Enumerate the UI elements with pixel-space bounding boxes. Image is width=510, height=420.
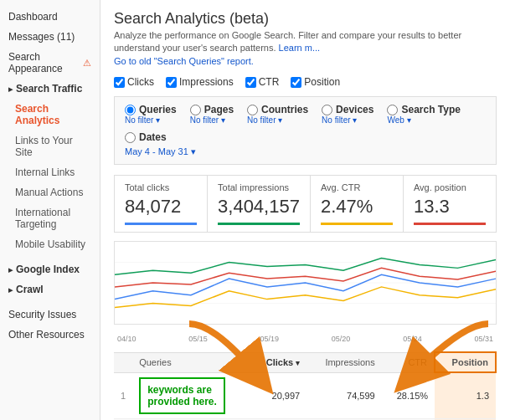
sidebar-item-dashboard[interactable]: Dashboard bbox=[0, 7, 100, 27]
col-header-ctr[interactable]: CTR bbox=[382, 352, 435, 372]
dim-search-type: Search Type Web ▾ bbox=[387, 104, 460, 125]
page-title: Search Analytics (beta) bbox=[114, 10, 497, 28]
chart-date-labels: 04/10 05/15 05/19 05/20 05/24 05/31 bbox=[114, 333, 497, 345]
position-checkbox[interactable] bbox=[291, 77, 301, 88]
dim-pages: Pages No filter ▾ bbox=[190, 104, 234, 125]
filter-row: Clicks Impressions CTR Position bbox=[114, 76, 497, 88]
expand-arrow-icon-2: ▸ bbox=[8, 265, 13, 274]
queries-radio[interactable] bbox=[125, 105, 136, 115]
clicks-checkbox[interactable] bbox=[114, 77, 125, 88]
sidebar-item-international-targeting[interactable]: International Targeting bbox=[0, 202, 100, 234]
data-table: Queries Clicks ▾ Impressions CTR Positio… bbox=[114, 351, 497, 420]
pages-radio[interactable] bbox=[190, 105, 201, 115]
table-row: 1keywords are provided here.20,99774,599… bbox=[114, 372, 496, 418]
sidebar: Dashboard Messages (11) Search Appearanc… bbox=[0, 0, 100, 420]
learn-more-link[interactable]: Learn m... bbox=[279, 43, 321, 53]
page-subtitle: Analyze the performance on Google Search… bbox=[114, 29, 497, 68]
col-header-queries[interactable]: Queries bbox=[132, 352, 250, 372]
cell-impressions: 74,599 bbox=[307, 372, 381, 418]
filter-impressions[interactable]: Impressions bbox=[166, 76, 234, 88]
sidebar-item-other-resources[interactable]: Other Resources bbox=[0, 325, 100, 345]
keyword-placeholder: keywords are provided here. bbox=[139, 377, 225, 414]
stat-total-clicks: Total clicks 84,072 bbox=[115, 176, 208, 232]
stats-row: Total clicks 84,072 Total impressions 3,… bbox=[114, 175, 497, 233]
stat-bar-position bbox=[414, 223, 486, 225]
dim-countries: Countries No filter ▾ bbox=[247, 104, 308, 125]
sidebar-item-manual-actions[interactable]: Manual Actions bbox=[0, 182, 100, 202]
main-content: Search Analytics (beta) Analyze the perf… bbox=[100, 0, 510, 420]
ctr-checkbox[interactable] bbox=[245, 77, 256, 88]
sidebar-item-mobile-usability[interactable]: Mobile Usability bbox=[0, 234, 100, 254]
chart-area bbox=[114, 241, 497, 325]
dimension-panel: Queries No filter ▾ Pages No filter ▾ Co… bbox=[114, 96, 497, 165]
filter-position[interactable]: Position bbox=[291, 76, 340, 88]
cell-ctr: 28.15% bbox=[382, 372, 435, 418]
sidebar-item-crawl[interactable]: ▸ Crawl bbox=[0, 279, 100, 300]
old-report-link[interactable]: Go to old "Search Queries" report. bbox=[114, 56, 254, 66]
expand-arrow-icon-3: ▸ bbox=[8, 285, 13, 295]
dates-radio[interactable] bbox=[125, 132, 136, 143]
countries-radio[interactable] bbox=[247, 105, 258, 115]
stat-bar-ctr bbox=[321, 223, 393, 225]
filter-clicks[interactable]: Clicks bbox=[114, 76, 154, 88]
col-header-position[interactable]: Position bbox=[435, 352, 496, 372]
line-chart bbox=[115, 242, 496, 324]
devices-radio[interactable] bbox=[322, 105, 332, 115]
col-header-clicks[interactable]: Clicks ▾ bbox=[250, 352, 307, 372]
sidebar-item-messages[interactable]: Messages (11) bbox=[0, 27, 100, 47]
expand-arrow-icon: ▸ bbox=[8, 85, 13, 94]
stat-avg-ctr: Avg. CTR 2.47% bbox=[311, 176, 404, 232]
cell-position: 1.3 bbox=[435, 372, 496, 418]
filter-ctr[interactable]: CTR bbox=[245, 76, 280, 88]
sidebar-item-links-to-site[interactable]: Links to Your Site bbox=[0, 131, 100, 162]
stat-bar-clicks bbox=[125, 223, 197, 225]
position-line bbox=[115, 269, 496, 288]
impressions-checkbox[interactable] bbox=[166, 77, 177, 88]
stat-total-impressions: Total impressions 3,404,157 bbox=[208, 176, 311, 232]
stat-avg-position: Avg. position 13.3 bbox=[404, 176, 496, 232]
col-header-impressions[interactable]: Impressions bbox=[307, 352, 381, 372]
cell-row-num: 1 bbox=[114, 372, 132, 418]
sidebar-item-search-traffic[interactable]: ▸ Search Traffic bbox=[0, 79, 100, 99]
impressions-line bbox=[115, 259, 496, 275]
warning-icon: ⚠ bbox=[83, 58, 91, 69]
sidebar-item-search-appearance[interactable]: Search Appearance ⚠ bbox=[0, 47, 100, 79]
search-type-radio[interactable] bbox=[387, 105, 398, 115]
sidebar-item-internal-links[interactable]: Internal Links bbox=[0, 162, 100, 182]
sidebar-item-security-issues[interactable]: Security Issues bbox=[0, 305, 100, 325]
cell-query: keywords are provided here. bbox=[132, 372, 250, 418]
sidebar-item-search-analytics[interactable]: Search Analytics bbox=[0, 99, 100, 131]
dim-queries: Queries No filter ▾ bbox=[125, 104, 177, 125]
sort-arrow-icon: ▾ bbox=[296, 359, 300, 367]
ctr-line bbox=[115, 287, 496, 308]
cell-clicks: 20,997 bbox=[250, 372, 307, 418]
col-header-num bbox=[114, 352, 132, 372]
sidebar-item-google-index[interactable]: ▸ Google Index bbox=[0, 259, 100, 279]
dimension-group: Queries No filter ▾ Pages No filter ▾ Co… bbox=[125, 104, 486, 125]
stat-bar-impressions bbox=[218, 223, 300, 225]
dates-row: Dates May 4 - May 31 ▾ bbox=[125, 131, 486, 157]
dim-devices: Devices No filter ▾ bbox=[322, 104, 373, 125]
